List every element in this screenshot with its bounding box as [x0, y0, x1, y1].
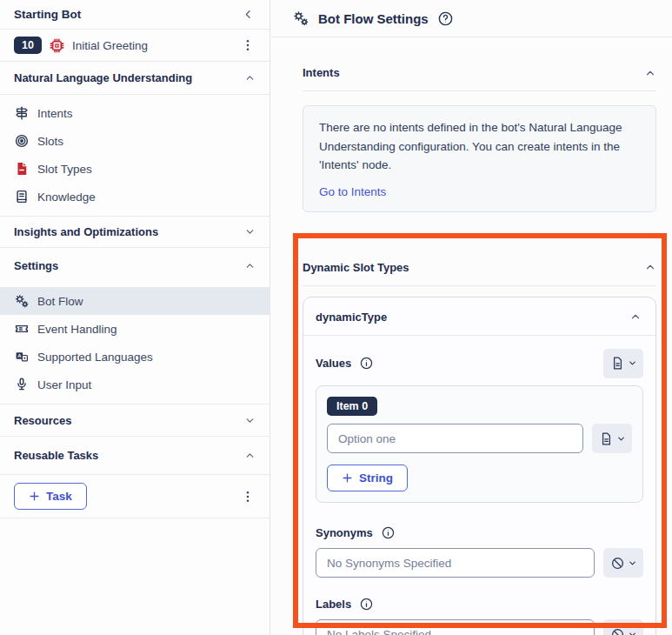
- chip-icon: [49, 37, 65, 54]
- synonyms-label: Synonyms: [316, 526, 373, 539]
- value-type-dropdown-button[interactable]: [592, 424, 632, 453]
- values-label: Values: [316, 357, 351, 370]
- chevron-down-icon: [628, 558, 637, 568]
- microphone-icon: [14, 377, 30, 392]
- chevron-left-icon[interactable]: [238, 5, 257, 24]
- value-input-row: [327, 424, 632, 453]
- sidebar-item-slot-types[interactable]: Slot Types: [0, 155, 269, 183]
- block-icon: [610, 627, 625, 635]
- value-input[interactable]: [327, 424, 583, 453]
- chevron-down-icon: [628, 630, 637, 635]
- starting-node-item[interactable]: 10 Initial Greeting: [0, 30, 269, 62]
- values-list-box: Item 0: [316, 385, 643, 504]
- slot-type-card-header[interactable]: dynamicType: [303, 297, 655, 336]
- bot-flow-settings-panel: Bot Flow Settings Intents T: [271, 0, 672, 635]
- chevron-up-icon: [644, 261, 656, 273]
- labels-disabled-dropdown-button[interactable]: [603, 619, 643, 635]
- intents-section-title: Intents: [303, 66, 340, 79]
- sidebar-item-label: Supported Languages: [37, 351, 153, 364]
- plus-icon: [342, 472, 353, 484]
- synonyms-disabled-dropdown-button[interactable]: [603, 548, 643, 578]
- block-icon: [610, 556, 625, 571]
- add-task-label: Task: [46, 490, 72, 503]
- target-icon: [14, 133, 30, 149]
- no-intents-info-box: There are no intents defined in the bot'…: [303, 105, 656, 212]
- go-to-intents-link[interactable]: Go to Intents: [319, 185, 386, 198]
- info-circle-icon[interactable]: [359, 356, 374, 371]
- section-header-resources[interactable]: Resources: [0, 404, 269, 437]
- settings-title: Settings: [14, 259, 58, 272]
- document-icon: [610, 356, 625, 371]
- slot-type-card-body: Values: [303, 336, 655, 635]
- sidebar-item-knowledge[interactable]: Knowledge: [0, 183, 269, 211]
- panel-body: Intents There are no intents defined in …: [271, 66, 672, 635]
- sidebar-item-label: Bot Flow: [37, 295, 83, 308]
- kebab-menu-icon[interactable]: [238, 36, 257, 55]
- svg-text:A: A: [17, 353, 22, 358]
- intents-section-header[interactable]: Intents: [303, 66, 656, 91]
- signpost-icon: [14, 105, 30, 121]
- values-field-row: Values: [316, 349, 643, 378]
- section-header-settings[interactable]: Settings: [0, 248, 269, 283]
- slot-type-name: dynamicType: [316, 311, 387, 324]
- dynamic-slot-types-header[interactable]: Dynamic Slot Types: [303, 261, 656, 286]
- gears-icon: [292, 10, 309, 27]
- dynamic-slot-types-title: Dynamic Slot Types: [303, 261, 409, 274]
- add-task-button[interactable]: Task: [14, 483, 87, 510]
- sidebar-item-label: Event Handling: [37, 323, 117, 336]
- nlu-title: Natural Language Understanding: [14, 71, 192, 84]
- labels-input-row: [316, 619, 643, 635]
- section-header-nlu[interactable]: Natural Language Understanding: [0, 62, 269, 95]
- labels-label: Labels: [316, 598, 351, 611]
- section-header-reusable-tasks[interactable]: Reusable Tasks: [0, 437, 269, 475]
- nlu-items: Intents Slots Slot Types: [0, 95, 269, 217]
- sidebar-item-label: Intents: [37, 107, 73, 120]
- chevron-up-icon: [629, 311, 642, 323]
- sidebar-item-label: Slots: [37, 135, 63, 148]
- chevron-down-icon: [244, 226, 256, 237]
- item-index-badge: Item 0: [327, 397, 377, 417]
- sidebar-item-intents[interactable]: Intents: [0, 99, 269, 127]
- add-string-label: String: [359, 471, 393, 485]
- translate-icon: A: [14, 349, 30, 364]
- no-intents-message: There are no intents defined in the bot'…: [319, 118, 642, 175]
- slot-type-card: dynamicType Values: [303, 297, 656, 635]
- labels-input[interactable]: [316, 619, 595, 635]
- sidebar-item-label: Knowledge: [37, 190, 96, 204]
- synonyms-input[interactable]: [316, 548, 595, 578]
- app-root: Starting Bot 10 Initial Greeting: [0, 0, 672, 635]
- sidebar: Starting Bot 10 Initial Greeting: [0, 0, 270, 635]
- sidebar-item-supported-languages[interactable]: A Supported Languages: [0, 343, 269, 371]
- resources-title: Resources: [14, 414, 71, 427]
- insights-title: Insights and Optimizations: [14, 225, 158, 238]
- chevron-up-icon: [244, 450, 256, 461]
- node-number-badge: 10: [14, 37, 42, 55]
- panel-header: Bot Flow Settings: [271, 0, 672, 37]
- sidebar-item-event-handling[interactable]: Event Handling: [0, 315, 269, 343]
- intents-section: Intents There are no intents defined in …: [303, 66, 656, 212]
- chevron-up-icon: [244, 260, 256, 271]
- document-icon: [599, 431, 614, 446]
- section-header-insights[interactable]: Insights and Optimizations: [0, 217, 269, 248]
- synonyms-input-row: [316, 548, 643, 578]
- info-circle-icon[interactable]: [359, 597, 374, 612]
- sidebar-title: Starting Bot: [14, 8, 81, 21]
- add-string-button[interactable]: String: [327, 465, 408, 491]
- node-label: Initial Greeting: [72, 39, 231, 52]
- help-circle-icon[interactable]: [437, 10, 454, 27]
- chevron-up-icon: [244, 72, 256, 84]
- ticket-icon: [14, 321, 30, 337]
- sidebar-item-user-input[interactable]: User Input: [0, 371, 269, 398]
- page-title: Bot Flow Settings: [318, 11, 429, 26]
- gears-icon: [14, 293, 30, 309]
- labels-label-group: Labels: [316, 597, 643, 612]
- chevron-down-icon: [616, 434, 626, 444]
- values-label-group: Values: [316, 356, 374, 371]
- info-circle-icon[interactable]: [381, 525, 396, 540]
- values-type-dropdown-button[interactable]: [603, 349, 643, 378]
- sidebar-item-bot-flow[interactable]: Bot Flow: [0, 287, 269, 315]
- kebab-menu-icon[interactable]: [238, 487, 257, 506]
- dynamic-slot-types-section: Dynamic Slot Types dynamicType: [303, 261, 656, 635]
- sidebar-item-slots[interactable]: Slots: [0, 127, 269, 155]
- chevron-down-icon: [628, 358, 637, 368]
